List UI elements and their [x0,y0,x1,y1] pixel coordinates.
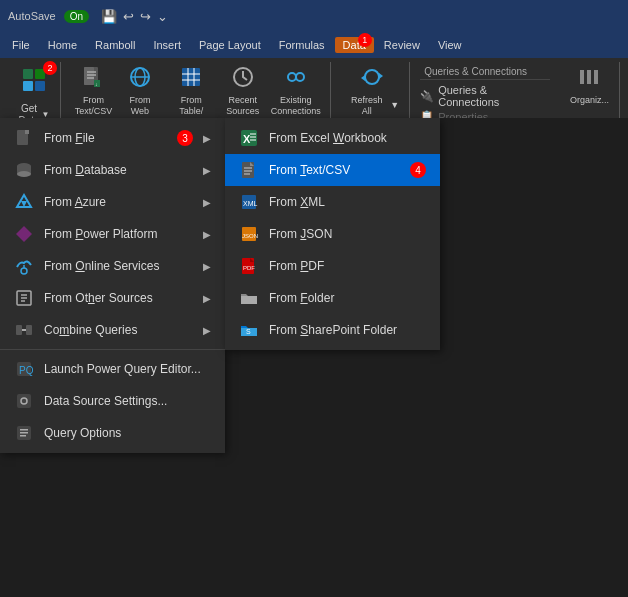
menu-item-fromfile[interactable]: From File 3 ▶ [0,122,225,154]
menu2-item-fromjson[interactable]: JSON From JSON [225,218,440,250]
fromtextcsv-icon [239,160,259,180]
fromonline-icon [14,256,34,276]
menu2-item-fromtextcsv[interactable]: From Text/CSV 4 [225,154,440,186]
combinequeries-label: Combine Queries [44,323,193,337]
svg-text:↓: ↓ [95,81,98,87]
menu-view[interactable]: View [430,37,470,53]
svg-point-21 [296,73,304,81]
menu-formulas[interactable]: Formulas [271,37,333,53]
menu-item-fromonline[interactable]: From Online Services ▶ [0,250,225,282]
menu-item-fromothersoures[interactable]: From Other Sources ▶ [0,282,225,314]
datasource-icon [14,391,34,411]
fromonline-chevron: ▶ [203,261,211,272]
fromdatabase-label: From Database [44,163,193,177]
menu-home[interactable]: Home [40,37,85,53]
redo-icon[interactable]: ↪ [140,9,151,24]
launchpq-label: Launch Power Query Editor... [44,362,211,376]
refresh-all-icon [361,66,383,93]
svg-rect-5 [84,67,94,85]
combinequeries-chevron: ▶ [203,325,211,336]
svg-marker-36 [16,226,32,242]
fromothersoures-chevron: ▶ [203,293,211,304]
queryoptions-label: Query Options [44,426,211,440]
recent-sources-label: RecentSources [226,95,259,117]
from-text-csv-button[interactable]: ↓ FromText/CSV [71,64,116,119]
existing-connections-button[interactable]: ExistingConnections [267,64,324,119]
menu-item-fromazure[interactable]: From Azure ▶ [0,186,225,218]
menu-review[interactable]: Review [376,37,428,53]
fromfile-icon [14,128,34,148]
svg-point-33 [17,171,31,177]
frompowerplatform-label: From Power Platform [44,227,193,241]
menu-bar: File Home Ramboll Insert Page Layout For… [0,32,628,58]
menu-pagelayout[interactable]: Page Layout [191,37,269,53]
more-icon[interactable]: ⌄ [157,9,168,24]
fromothersoures-icon [14,288,34,308]
menu-ramboll[interactable]: Ramboll [87,37,143,53]
data-badge: 1 [358,33,372,47]
fromazure-icon [14,192,34,212]
menu-divider1 [0,349,225,350]
svg-rect-44 [26,325,32,335]
title-bar: AutoSave On 💾 ↩ ↪ ⌄ [0,0,628,32]
queries-section-label: Queries & Connections [420,64,550,80]
svg-rect-26 [587,70,591,84]
menu-item-launchpq[interactable]: PQ Launch Power Query Editor... [0,353,225,385]
fromfile-label: From File [44,131,167,145]
menu2-item-fromsharepointfolder[interactable]: S From SharePoint Folder [225,314,440,346]
menu-item-frompowerplatform[interactable]: From Power Platform ▶ [0,218,225,250]
menu-data[interactable]: Data 1 [335,37,374,53]
menu-item-fromdatabase[interactable]: From Database ▶ [0,154,225,186]
menu2-item-fromexcel[interactable]: X From Excel Workbook [225,122,440,154]
svg-text:S: S [246,328,251,335]
undo-icon[interactable]: ↩ [123,9,134,24]
queries-connections-button[interactable]: 🔌 Queries & Connections [420,84,550,108]
menu-item-datasource[interactable]: Data Source Settings... [0,385,225,417]
autosave-toggle[interactable]: On [64,10,89,23]
fromfolder-icon [239,288,259,308]
menu-insert[interactable]: Insert [145,37,189,53]
fromfile-badge: 3 [177,130,193,146]
queries-icon: 🔌 [420,90,434,103]
fromjson-icon: JSON [239,224,259,244]
get-data-badge: 2 [43,61,57,75]
existing-connections-icon [285,66,307,93]
svg-rect-30 [25,130,29,134]
menu-file[interactable]: File [4,37,38,53]
from-web-icon [129,66,151,93]
svg-rect-25 [580,70,584,84]
fromtextcsv-label: From Text/CSV [269,163,400,177]
menu-item-combinequeries[interactable]: Combine Queries ▶ [0,314,225,346]
combinequeries-icon [14,320,34,340]
from-web-button[interactable]: FromWeb [120,64,160,119]
menu2-item-fromfolder[interactable]: From Folder [225,282,440,314]
fromfolder-label: From Folder [269,291,426,305]
save-icon[interactable]: 💾 [101,9,117,24]
menu-item-queryoptions[interactable]: Query Options [0,417,225,449]
menu2-item-frompdf[interactable]: PDF From PDF [225,250,440,282]
fromtextcsv-badge: 4 [410,162,426,178]
svg-rect-43 [16,325,22,335]
organize-button[interactable]: Organiz... [566,64,613,108]
svg-point-20 [288,73,296,81]
existing-connections-label: ExistingConnections [271,95,321,117]
fromxml-label: From XML [269,195,426,209]
svg-text:PQ: PQ [19,365,33,376]
refresh-all-button[interactable]: Refresh All ▼ [341,64,403,119]
frompowerplatform-chevron: ▶ [203,229,211,240]
fromsharepointfolder-label: From SharePoint Folder [269,323,426,337]
frompdf-label: From PDF [269,259,426,273]
svg-rect-2 [23,81,33,91]
recent-sources-button[interactable]: RecentSources [223,64,264,119]
svg-text:JSON: JSON [242,233,258,239]
fromxml-icon: XML [239,192,259,212]
menu2-item-fromxml[interactable]: XML From XML [225,186,440,218]
frompdf-icon: PDF [239,256,259,276]
from-text-csv-label: FromText/CSV [75,95,113,117]
from-web-label: FromWeb [129,95,150,117]
fromothersoures-label: From Other Sources [44,291,193,305]
menu-level1: From File 3 ▶ From Database ▶ From Azure… [0,118,225,453]
from-text-csv-icon: ↓ [82,66,104,93]
datasource-label: Data Source Settings... [44,394,211,408]
fromdatabase-icon [14,160,34,180]
